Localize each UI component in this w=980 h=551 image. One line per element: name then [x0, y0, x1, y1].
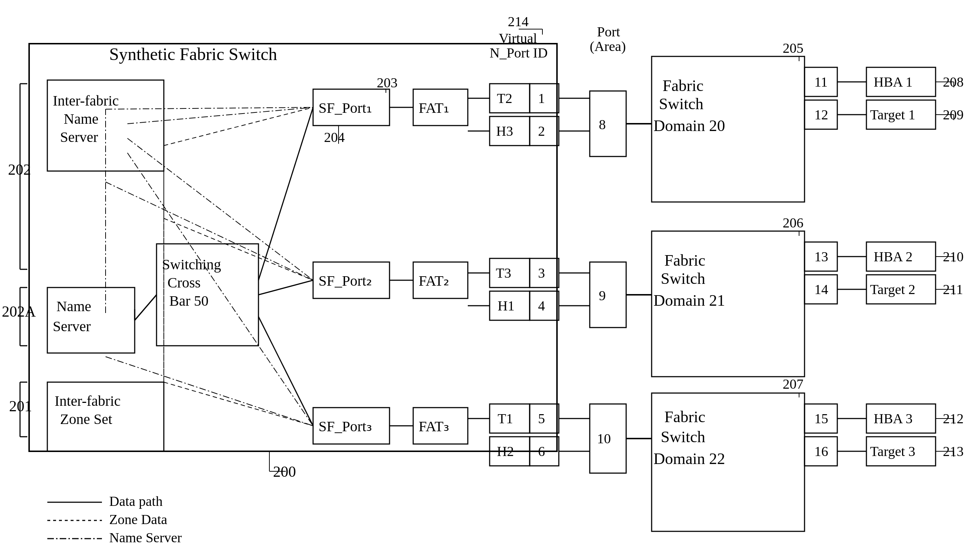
synthetic-fabric-switch-label: Synthetic Fabric Switch: [109, 44, 277, 64]
hba3-label: HBA 3: [874, 411, 913, 426]
num10-label: 10: [597, 431, 611, 446]
svg-text:Domain 20: Domain 20: [654, 117, 725, 135]
t2-label: T2: [497, 91, 512, 106]
num15-label: 15: [815, 411, 828, 426]
svg-text:Domain 22: Domain 22: [654, 450, 725, 468]
ref-207: 207: [783, 376, 803, 392]
sf-port1-label: SF_Port₁: [318, 100, 372, 116]
num6-label: 6: [538, 444, 545, 459]
t3-label: T3: [496, 265, 511, 281]
svg-text:Server: Server: [53, 318, 91, 335]
num16-label: 16: [815, 444, 828, 459]
num5-label: 5: [538, 411, 545, 426]
ref-206: 206: [783, 215, 803, 230]
num13-label: 13: [815, 249, 828, 264]
svg-text:Bar 50: Bar 50: [169, 292, 208, 309]
svg-line-50: [164, 107, 313, 146]
ref-203: 203: [377, 75, 398, 90]
legend-nameserver-label: Name Server: [109, 530, 182, 545]
num14-label: 14: [815, 282, 828, 297]
fat3-label: FAT₃: [418, 418, 449, 435]
svg-text:Switch: Switch: [659, 95, 703, 113]
ref-205: 205: [783, 40, 803, 56]
inter-fabric-name-server-label: Inter-fabric: [53, 92, 119, 109]
target1-label: Target 1: [870, 107, 915, 122]
sf-port3-label: SF_Port₃: [318, 418, 372, 435]
num1-label: 1: [538, 91, 545, 106]
inter-fabric-zone-set-label: Inter-fabric: [55, 393, 121, 409]
h2-label: H2: [497, 444, 514, 459]
crossbar-sfport3-solid: [258, 317, 313, 426]
svg-text:N_Port ID: N_Port ID: [490, 45, 547, 60]
network-diagram: text { font-family: 'Times New Roman', T…: [0, 0, 980, 551]
sf-port2-label: SF_Port₂: [318, 273, 372, 289]
name-server-label: Name: [56, 298, 91, 314]
switching-cross-bar-label: Switching: [162, 256, 221, 273]
fat1-label: FAT₁: [418, 100, 449, 116]
legend-datapath-label: Data path: [109, 494, 163, 509]
ref-214: 214: [508, 14, 528, 29]
legend-zonedata-label: Zone Data: [109, 512, 167, 527]
svg-line-52: [164, 382, 313, 426]
nameserver-sfport1-dashdot: [127, 107, 313, 124]
crossbar-sfport2-solid: [258, 280, 313, 295]
svg-text:(Area): (Area): [590, 38, 626, 54]
num12-label: 12: [815, 107, 828, 122]
fabric-switch-label-21: Fabric: [664, 251, 705, 269]
fabric-switch-label-22: Fabric: [664, 408, 705, 426]
num3-label: 3: [538, 265, 545, 281]
svg-text:Name: Name: [64, 111, 99, 127]
num4-label: 4: [538, 298, 545, 313]
num2-label: 2: [538, 123, 545, 139]
num11-label: 11: [815, 74, 828, 89]
svg-text:Zone Set: Zone Set: [60, 411, 112, 427]
svg-text:Switch: Switch: [661, 428, 705, 446]
hba2-label: HBA 2: [874, 249, 913, 264]
svg-text:Domain 21: Domain 21: [654, 292, 725, 310]
ref-202a-label: 202A: [2, 303, 36, 320]
virtual-n-port-id-label: Virtual: [499, 30, 537, 46]
target3-label: Target 3: [870, 444, 915, 459]
svg-line-58: [106, 357, 313, 426]
fat2-label: FAT₂: [418, 273, 449, 289]
target2-label: Target 2: [870, 282, 915, 297]
port-area-label: Port: [597, 24, 620, 39]
num8-label: 8: [599, 117, 606, 132]
h1-label: H1: [498, 298, 514, 313]
num9-label: 9: [599, 288, 606, 303]
diagram-container: text { font-family: 'Times New Roman', T…: [0, 0, 980, 551]
svg-line-56: [106, 107, 313, 109]
fabric-switch-label-20: Fabric: [663, 77, 703, 95]
num8-box: [590, 91, 626, 157]
svg-text:Switch: Switch: [661, 270, 705, 287]
crossbar-sfport1-solid: [258, 107, 313, 280]
h3-label: H3: [496, 123, 513, 139]
svg-text:Server: Server: [60, 129, 98, 145]
legend: Data path Zone Data Name Server: [47, 494, 182, 545]
svg-line-49: [135, 295, 156, 320]
hba1-label: HBA 1: [874, 74, 913, 89]
ref-204: 204: [324, 130, 345, 145]
t1-label: T1: [498, 411, 513, 426]
num9-box: [590, 262, 626, 327]
svg-text:Cross: Cross: [167, 275, 200, 291]
